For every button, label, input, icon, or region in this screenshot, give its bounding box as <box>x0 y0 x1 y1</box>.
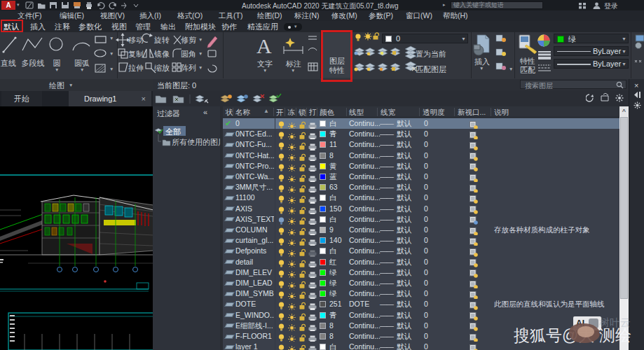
layer-lineweight[interactable]: 默认 <box>397 140 411 150</box>
layer-lineweight[interactable]: 默认 <box>397 258 411 267</box>
menu-3[interactable]: 视图(V) <box>100 11 125 21</box>
sign-in-label[interactable]: 登录 <box>604 1 618 11</box>
layer-row-E_WINDO...[interactable]: E_WINDO...青Continu...——默认0 <box>223 310 619 321</box>
layer-color-swatch[interactable] <box>320 131 326 137</box>
col-lock[interactable]: 锁 <box>299 108 306 118</box>
layer-row-0NTC-Wa...[interactable]: 0NTC-Wa...蓝Continu...——默认0 <box>223 172 619 182</box>
layer-lineweight[interactable]: 默认 <box>397 332 411 342</box>
filter-all-label[interactable]: 全部 <box>165 127 181 137</box>
col-plot[interactable]: 打 <box>309 108 317 118</box>
layer-lineweight[interactable]: 默认 <box>397 183 411 192</box>
layer-row-DIM_ELEV[interactable]: DIM_ELEV绿Continu...——默认0 <box>223 267 619 278</box>
layer-lineweight[interactable]: 默认 <box>397 130 411 139</box>
layer-linetype[interactable]: Continu... <box>349 321 381 330</box>
layer-name[interactable]: 0NTC-Hat... <box>235 151 274 160</box>
layer-name[interactable]: E_WINDO... <box>235 311 274 319</box>
col-freeze[interactable]: 冻 <box>287 108 295 118</box>
layer-name[interactable]: detail <box>235 258 274 266</box>
layer-lineweight[interactable]: 默认 <box>397 268 411 278</box>
menu-2[interactable]: 编辑(E) <box>60 11 84 21</box>
layer-row-F-FLOOR1[interactable]: F-FLOOR18Continu...——默认0 <box>223 331 619 342</box>
drawing-canvas[interactable] <box>0 106 153 350</box>
palette-autohide-icon[interactable] <box>633 91 641 99</box>
layer-linetype[interactable]: Continu... <box>349 246 381 255</box>
layer-search-input[interactable]: 搜索图层 <box>520 80 626 89</box>
ribbon-display-toggle[interactable]: ▾ <box>284 23 302 31</box>
layer-transparency[interactable]: 0 <box>424 140 428 148</box>
dimension-caret-icon[interactable]: ▼ <box>291 68 295 73</box>
layer-linetype[interactable]: Continu... <box>349 162 381 170</box>
layer-linetype[interactable]: Continu... <box>349 225 381 234</box>
menu-12[interactable]: 帮助(H) <box>443 11 468 21</box>
layer-color-swatch[interactable] <box>320 248 326 254</box>
draw-panel-caret-icon[interactable]: ▼ <box>69 83 73 88</box>
ribbon-tab-4[interactable]: 参数化 <box>78 22 102 32</box>
arc-caret-icon[interactable]: ▼ <box>80 67 84 72</box>
palette-close-icon[interactable]: × <box>634 81 638 90</box>
layer-transparency[interactable]: 0 <box>424 193 428 202</box>
layer-color-swatch[interactable] <box>320 259 326 265</box>
menu-5[interactable]: 格式(O) <box>177 11 203 21</box>
layer-name[interactable]: DOTE <box>235 300 274 308</box>
layer-color-swatch[interactable] <box>320 312 326 318</box>
layer-color-swatch[interactable] <box>320 163 326 169</box>
palette-toolbar-icons[interactable] <box>155 92 295 104</box>
layer-color-swatch[interactable] <box>320 195 326 201</box>
layer-color-swatch[interactable] <box>320 216 326 223</box>
layer-row-AXIS[interactable]: AXIS150Continu...——默认0 <box>223 204 619 214</box>
circle-caret-icon[interactable]: ▼ <box>55 67 59 72</box>
layer-linetype[interactable]: Continu... <box>349 151 381 160</box>
trim-caret-icon[interactable]: ▼ <box>198 37 203 42</box>
layer-linetype[interactable]: Continu... <box>349 130 381 138</box>
layer-row-E细部线-I...[interactable]: E细部线-I...8Continu...——默认0 <box>223 321 619 331</box>
match-props-label2[interactable]: 匹配 <box>519 65 537 76</box>
layer-transparency[interactable]: 0 <box>424 321 428 330</box>
layer-row-DIM_LEAD[interactable]: DIM_LEAD绿Continu...——默认0 <box>223 278 619 288</box>
layer-transparency[interactable]: 0 <box>424 332 428 340</box>
layer-row-AXIS_TEXT[interactable]: AXIS_TEXT白Continu...——默认0 <box>223 214 619 225</box>
copy-tool-label[interactable]: 复制 <box>128 49 144 59</box>
block-more-caret-icon[interactable]: ▼ <box>509 66 513 71</box>
insert-caret-icon[interactable]: ▼ <box>479 66 484 71</box>
line-tool-label[interactable]: 直线 <box>1 58 16 69</box>
layer-row-detail[interactable]: detail红Continu...——默认0 <box>223 257 619 267</box>
layer-linetype[interactable]: Continu... <box>349 119 381 127</box>
trim-tool-label[interactable]: 修剪 <box>181 35 196 46</box>
ribbon-tab-8[interactable]: 附加模块 <box>185 22 216 32</box>
layer-linetype[interactable]: Continu... <box>349 193 381 202</box>
col-linetype[interactable]: 线型 <box>349 108 364 118</box>
move-tool-label[interactable]: 移动 <box>128 35 144 46</box>
layer-transparency[interactable]: 0 <box>424 130 428 138</box>
layer-linetype[interactable]: Continu... <box>349 279 381 287</box>
mirror-tool-label[interactable]: 镜像 <box>154 49 170 59</box>
layer-freeze-icon[interactable] <box>288 344 296 350</box>
layer-name[interactable]: layer 1 <box>235 342 274 350</box>
layer-name[interactable]: 0NTC-Wa... <box>235 172 274 181</box>
layer-color-swatch[interactable] <box>320 120 326 127</box>
layer-name[interactable]: DIM_SYMB <box>235 289 274 298</box>
layer-transparency[interactable]: 0 <box>424 183 428 191</box>
set-current-label[interactable]: 置为当前 <box>416 49 446 59</box>
layer-color-swatch[interactable] <box>320 280 326 286</box>
palette-settings-icons[interactable] <box>586 93 626 104</box>
layer-linetype[interactable]: Continu... <box>349 332 381 340</box>
apps-icon[interactable] <box>579 3 587 9</box>
layer-transparency[interactable]: 0 <box>424 162 428 170</box>
layer-color-swatch[interactable] <box>320 290 326 297</box>
ribbon-tab-9[interactable]: 协作 <box>221 22 237 32</box>
layer-lineweight[interactable]: 默认 <box>397 215 411 225</box>
layer-name[interactable]: DIM_LEAD <box>235 279 274 287</box>
fillet-caret-icon[interactable]: ▼ <box>198 51 203 56</box>
layer-transparency[interactable]: 0 <box>424 172 428 181</box>
ribbon-tab-6[interactable]: 管理 <box>135 22 151 32</box>
layer-linetype[interactable]: Continu... <box>349 215 381 223</box>
layer-linetype[interactable]: Continu... <box>349 172 381 181</box>
array-tool-label[interactable]: 阵列 <box>181 63 196 74</box>
scale-tool-label[interactable]: 缩放 <box>154 63 170 74</box>
sort-asc-icon[interactable]: ▲ <box>263 108 269 114</box>
layer-transparency[interactable]: 0 <box>424 215 428 223</box>
layer-name[interactable]: E细部线-I... <box>235 321 274 331</box>
layer-color-swatch[interactable] <box>320 227 326 233</box>
col-status[interactable]: 状 <box>226 108 233 118</box>
layer-row-0NTC-Pro...[interactable]: 0NTC-Pro...黄Continu...——默认0 <box>223 161 619 172</box>
